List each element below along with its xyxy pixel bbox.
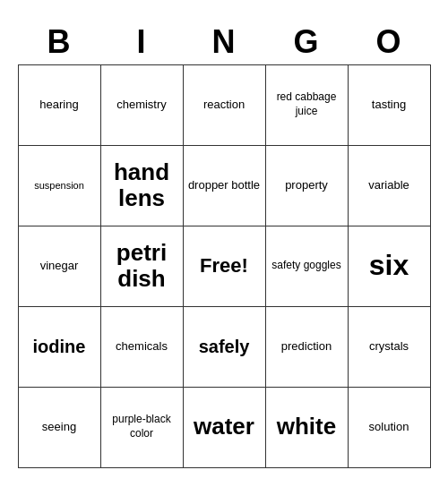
cell-3-2: safely (184, 307, 266, 388)
cell-2-4: six (349, 226, 431, 307)
cell-4-0: seeing (19, 388, 101, 468)
cell-4-3: white (266, 388, 349, 468)
cell-0-3: red cabbage juice (266, 65, 349, 146)
cell-2-2: Free! (184, 226, 266, 307)
cell-1-2: dropper bottle (184, 146, 266, 226)
cell-1-4: variable (349, 146, 431, 226)
cell-3-4: crystals (349, 307, 431, 388)
cell-2-0: vinegar (19, 226, 101, 307)
bingo-grid: hearing chemistry reaction red cabbage j… (18, 64, 431, 468)
header-b: B (18, 20, 100, 64)
cell-4-4: solution (349, 388, 431, 468)
header-n: N (183, 20, 265, 64)
cell-1-0: suspension (19, 146, 101, 226)
cell-3-3: prediction (266, 307, 349, 388)
cell-4-2: water (184, 388, 266, 468)
cell-1-1: hand lens (101, 146, 184, 226)
cell-2-1: petri dish (101, 226, 184, 307)
cell-3-0: iodine (19, 307, 101, 388)
cell-4-1: purple-black color (101, 388, 184, 468)
header-o: O (348, 20, 430, 64)
cell-0-2: reaction (184, 65, 266, 146)
header-g: G (265, 20, 348, 64)
cell-0-0: hearing (19, 65, 101, 146)
header-i: I (100, 20, 183, 64)
cell-3-1: chemicals (101, 307, 184, 388)
cell-2-3: safety goggles (266, 226, 349, 307)
cell-0-1: chemistry (101, 65, 184, 146)
cell-0-4: tasting (349, 65, 431, 146)
bingo-card: B I N G O hearing chemistry reaction red… (18, 20, 431, 468)
bingo-header: B I N G O (18, 20, 430, 64)
cell-1-3: property (266, 146, 349, 226)
